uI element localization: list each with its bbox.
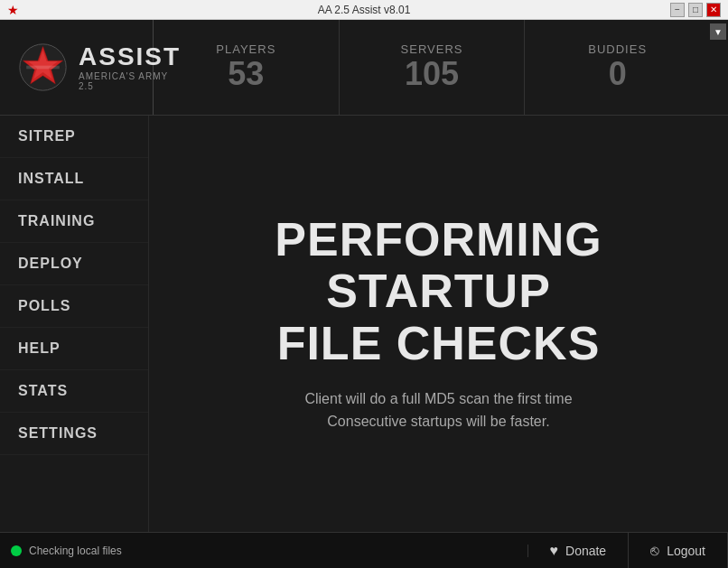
- footer-buttons: ♥ Donate ⎋ Logout: [528, 533, 728, 569]
- buddies-value: 0: [609, 56, 627, 92]
- sidebar-item-training[interactable]: TRAINING: [0, 200, 148, 243]
- startup-sub-line2: Consecutive startups will be faster.: [327, 414, 549, 429]
- logout-button[interactable]: ⎋ Logout: [629, 533, 728, 569]
- main-area: SITREP INSTALL TRAINING DEPLOY POLLS HEL…: [0, 116, 728, 532]
- status-indicator: [11, 545, 22, 556]
- sidebar-item-stats[interactable]: STATS: [0, 370, 148, 413]
- stats-section: Players 53 Servers 105 Buddies 0 ▼: [154, 20, 728, 115]
- startup-title-line2: FILE CHECKS: [277, 317, 601, 369]
- logout-icon: ⎋: [650, 543, 659, 559]
- status-text: Checking local files: [29, 545, 122, 557]
- sidebar-item-sitrep[interactable]: SITREP: [0, 116, 148, 158]
- donate-label: Donate: [565, 544, 606, 558]
- sidebar-item-deploy[interactable]: DEPLOY: [0, 243, 148, 285]
- content-area: PERFORMING STARTUP FILE CHECKS Client wi…: [149, 116, 728, 532]
- app-logo: [18, 42, 68, 92]
- dropdown-arrow-icon[interactable]: ▼: [710, 23, 726, 40]
- status-section: Checking local files: [0, 545, 528, 557]
- footer: Checking local files ♥ Donate ⎋ Logout: [0, 532, 728, 568]
- buddies-stat: Buddies 0: [525, 20, 710, 115]
- logo-section: ASSIST AMERICA'S ARMY 2.5: [0, 20, 154, 115]
- svg-rect-3: [26, 66, 60, 70]
- stats-dropdown[interactable]: ▼: [710, 20, 728, 115]
- close-button[interactable]: ✕: [706, 3, 721, 17]
- sidebar: SITREP INSTALL TRAINING DEPLOY POLLS HEL…: [0, 116, 149, 532]
- buddies-label: Buddies: [588, 42, 647, 56]
- startup-title: PERFORMING STARTUP FILE CHECKS: [167, 214, 710, 369]
- app-icon: ★: [7, 3, 19, 17]
- sidebar-item-polls[interactable]: POLLS: [0, 285, 148, 328]
- sidebar-item-help[interactable]: HELP: [0, 328, 148, 370]
- window-title: AA 2.5 Assist v8.01: [318, 4, 411, 16]
- startup-title-line1: PERFORMING STARTUP: [275, 213, 602, 317]
- sidebar-item-settings[interactable]: SETTINGS: [0, 413, 148, 455]
- players-stat: Players 53: [154, 20, 340, 115]
- heart-icon: ♥: [550, 543, 559, 559]
- players-label: Players: [216, 42, 275, 56]
- sidebar-item-install[interactable]: INSTALL: [0, 158, 148, 200]
- donate-button[interactable]: ♥ Donate: [528, 533, 630, 569]
- startup-sub-line1: Client will do a full MD5 scan the first…: [304, 391, 572, 406]
- servers-value: 105: [405, 56, 459, 92]
- players-value: 53: [228, 56, 264, 92]
- window-controls: − □ ✕: [670, 3, 721, 17]
- servers-stat: Servers 105: [340, 20, 526, 115]
- logout-label: Logout: [667, 544, 705, 558]
- servers-label: Servers: [401, 42, 463, 56]
- restore-button[interactable]: □: [688, 3, 703, 17]
- minimize-button[interactable]: −: [670, 3, 685, 17]
- startup-subtitle: Client will do a full MD5 scan the first…: [304, 387, 572, 433]
- title-bar: ★ AA 2.5 Assist v8.01 − □ ✕: [0, 0, 728, 20]
- header: ASSIST AMERICA'S ARMY 2.5 Players 53 Ser…: [0, 20, 728, 116]
